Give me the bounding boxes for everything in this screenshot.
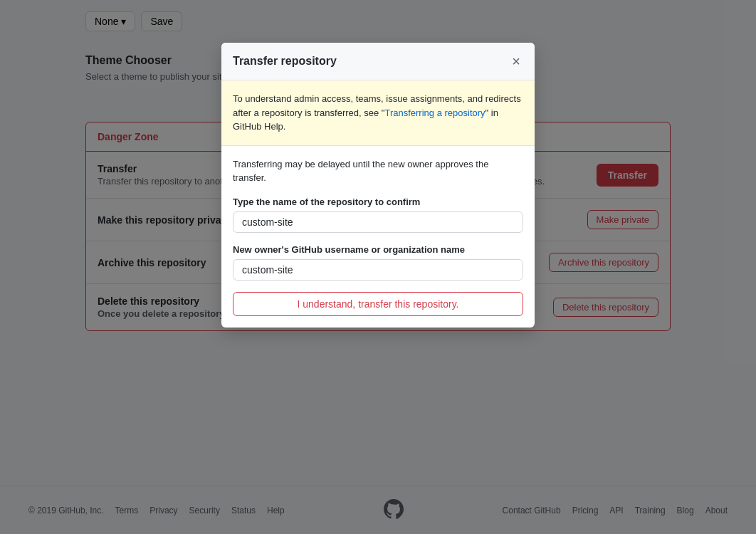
repo-confirm-input[interactable] xyxy=(233,211,523,233)
modal-overlay: Transfer repository × To understand admi… xyxy=(0,0,756,534)
repo-confirm-label: Type the name of the repository to confi… xyxy=(233,197,523,207)
modal-body: Transferring may be delayed until the ne… xyxy=(221,146,535,328)
transferring-link[interactable]: Transferring a repository xyxy=(384,108,485,118)
confirm-transfer-button[interactable]: I understand, transfer this repository. xyxy=(233,292,523,316)
modal-warning-section: To understand admin access, teams, issue… xyxy=(221,80,535,146)
transfer-modal: Transfer repository × To understand admi… xyxy=(221,43,535,328)
owner-name-input[interactable] xyxy=(233,259,523,281)
modal-close-button[interactable]: × xyxy=(509,54,523,68)
owner-name-group: New owner's GitHub username or organizat… xyxy=(233,244,523,281)
modal-title: Transfer repository xyxy=(233,55,337,68)
repo-confirm-group: Type the name of the repository to confi… xyxy=(233,197,523,233)
modal-note: Transferring may be delayed until the ne… xyxy=(233,157,523,185)
owner-name-label: New owner's GitHub username or organizat… xyxy=(233,244,523,255)
modal-header: Transfer repository × xyxy=(221,43,535,80)
